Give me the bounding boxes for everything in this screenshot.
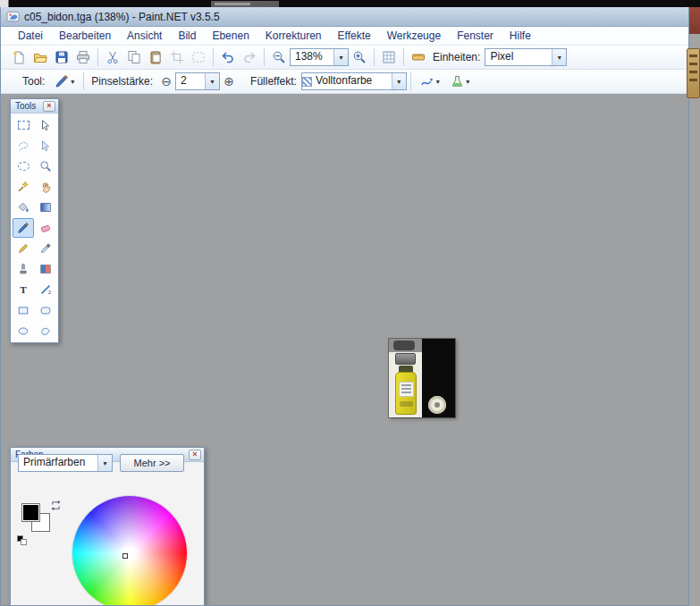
background-red-fragment — [689, 7, 700, 34]
increase-brush-button[interactable]: ⊕ — [220, 72, 238, 91]
image-document[interactable] — [389, 339, 455, 417]
copy-button[interactable] — [123, 47, 145, 67]
circled-plus-icon: ⊕ — [223, 75, 234, 88]
reset-colors-icon[interactable] — [17, 535, 28, 546]
menu-fenster[interactable]: Fenster — [449, 28, 502, 44]
window-titlebar[interactable]: c05_bidon.tga (138%) - Paint.NET v3.5.5 — [1, 7, 688, 27]
color-mode-combobox[interactable]: Primärfarben ▾ — [18, 454, 113, 472]
menu-bearbeiten[interactable]: Bearbeiten — [51, 28, 119, 44]
print-button[interactable] — [72, 47, 94, 67]
tool-pencil[interactable] — [13, 239, 34, 258]
drawing-canvas[interactable]: Tools × — [1, 94, 688, 605]
tool-pan[interactable] — [35, 177, 56, 197]
chevron-down-icon[interactable]: ▾ — [97, 455, 112, 471]
tool-clone-stamp[interactable] — [13, 259, 34, 279]
antialiasing-button[interactable]: ▾ — [445, 72, 476, 91]
fill-style-combobox[interactable]: Volltonfarbe ▾ — [301, 72, 407, 90]
tool-eraser[interactable] — [35, 218, 56, 238]
zoom-combobox[interactable]: 138% ▾ — [290, 48, 349, 66]
menu-werkzeuge[interactable]: Werkzeuge — [379, 28, 449, 44]
tool-ellipse-select[interactable] — [13, 156, 34, 176]
image-cap-circle — [428, 396, 446, 414]
open-folder-icon — [33, 50, 47, 64]
zoom-value: 138% — [291, 49, 333, 65]
tool-recolor[interactable] — [35, 259, 56, 279]
menu-effekte[interactable]: Effekte — [330, 28, 379, 44]
tool-color-picker[interactable] — [35, 239, 56, 258]
tool-rectangle-shape[interactable] — [13, 300, 34, 320]
close-icon[interactable]: × — [43, 101, 55, 112]
tools-palette: Tools × — [10, 98, 59, 343]
current-tool-button[interactable]: ▾ — [49, 72, 80, 91]
circled-minus-icon: ⊖ — [161, 75, 172, 88]
decrease-brush-button[interactable]: ⊖ — [157, 72, 175, 91]
tool-paintbrush[interactable] — [13, 218, 34, 238]
swap-colors-icon[interactable] — [50, 500, 62, 511]
brush-width-value: 2 — [176, 73, 205, 89]
chevron-down-icon[interactable]: ▾ — [552, 49, 566, 65]
menu-bild[interactable]: Bild — [170, 28, 204, 44]
rectangle-shape-icon — [17, 304, 30, 316]
chevron-down-icon[interactable]: ▾ — [392, 73, 406, 89]
tool-ellipse-shape[interactable] — [13, 321, 34, 341]
deselect-button[interactable] — [188, 47, 209, 67]
tool-text[interactable]: T — [13, 280, 34, 299]
color-mode-value: Primärfarben — [19, 455, 97, 471]
units-value: Pixel — [485, 49, 552, 65]
tool-magic-wand[interactable] — [13, 177, 34, 197]
tool-move-selected-pixels[interactable] — [35, 115, 56, 135]
menu-ansicht[interactable]: Ansicht — [119, 28, 170, 44]
ellipse-shape-icon — [17, 324, 30, 337]
brush-width-combobox[interactable]: 2 ▾ — [175, 72, 220, 90]
curve-style-icon — [420, 75, 434, 88]
close-icon[interactable]: × — [189, 450, 201, 460]
save-button[interactable] — [51, 47, 72, 67]
toolbar-separator — [83, 72, 84, 90]
zoom-in-button[interactable] — [349, 47, 370, 67]
undo-button[interactable] — [217, 47, 239, 67]
tool-lasso-select[interactable] — [13, 136, 34, 156]
zoom-out-button[interactable] — [268, 47, 290, 67]
paste-button[interactable] — [145, 47, 166, 67]
paint-bucket-icon — [17, 201, 30, 214]
line-style-button[interactable]: ▾ — [415, 72, 445, 91]
grid-toggle-button[interactable] — [378, 47, 400, 67]
background-fragment-left — [0, 0, 9, 7]
menu-hilfe[interactable]: Hilfe — [502, 28, 539, 44]
ruler-toggle-button[interactable] — [408, 47, 429, 67]
tool-line-curve[interactable]: 2 — [35, 280, 56, 299]
units-combobox[interactable]: Pixel ▾ — [485, 48, 567, 66]
tool-rounded-rectangle-shape[interactable] — [35, 300, 56, 320]
background-window-strip — [0, 0, 700, 7]
tools-palette-titlebar[interactable]: Tools × — [11, 99, 58, 114]
tool-zoom[interactable] — [35, 156, 56, 176]
svg-text:T: T — [20, 284, 27, 295]
new-file-icon — [12, 50, 26, 64]
copy-icon — [127, 50, 141, 64]
tool-gradient[interactable] — [35, 198, 56, 217]
tool-move-selection[interactable] — [35, 136, 56, 156]
brush-width-label: Pinselstärke: — [91, 75, 153, 88]
menu-ebenen[interactable]: Ebenen — [204, 28, 257, 44]
tool-paint-bucket[interactable] — [13, 198, 34, 217]
more-button[interactable]: Mehr >> — [120, 454, 184, 472]
image-bottle-marking — [400, 401, 413, 407]
crop-button[interactable] — [166, 47, 188, 67]
new-button[interactable] — [8, 47, 30, 67]
tool-freeform-shape[interactable] — [35, 321, 56, 341]
paintbrush-icon — [17, 222, 30, 234]
menu-korrekturen[interactable]: Korrekturen — [257, 28, 330, 44]
open-button[interactable] — [30, 47, 51, 67]
chevron-down-icon[interactable]: ▾ — [205, 73, 219, 89]
redo-button[interactable] — [239, 47, 260, 67]
primary-color-swatch[interactable] — [21, 503, 40, 522]
eyedropper-icon — [39, 242, 52, 255]
tool-rectangle-select[interactable] — [13, 115, 34, 135]
lasso-icon — [17, 139, 30, 152]
color-wheel-marker[interactable] — [122, 553, 128, 559]
chevron-down-icon[interactable]: ▾ — [333, 49, 348, 65]
menu-datei[interactable]: Datei — [10, 28, 51, 44]
cut-button[interactable] — [102, 47, 123, 67]
hand-icon — [39, 181, 52, 193]
color-wheel[interactable] — [72, 496, 187, 605]
